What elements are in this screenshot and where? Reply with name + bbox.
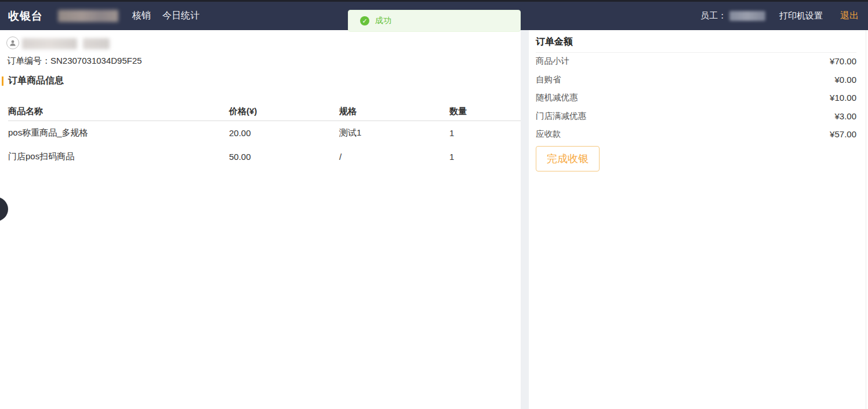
redacted-customer-name-2 — [83, 38, 110, 49]
summary-row-self-save: 自购省 ¥0.00 — [536, 71, 856, 89]
summary-row-random-discount: 随机减优惠 ¥10.00 — [536, 89, 856, 107]
summary-row-receivable: 应收款 ¥57.00 — [536, 125, 856, 144]
success-toast: ✓ 成功 — [348, 10, 521, 32]
window-top-strip — [0, 0, 868, 2]
section-title-text: 订单商品信息 — [8, 75, 64, 87]
section-accent-bar — [2, 76, 3, 86]
complete-checkout-button[interactable]: 完成收银 — [536, 146, 600, 171]
summary-value: ¥57.00 — [830, 129, 856, 139]
cell-spec: 测试1 — [339, 127, 449, 138]
cell-name: 门店pos扫码商品 — [8, 151, 229, 162]
scrollbar-edge-line — [866, 30, 866, 409]
order-number-label: 订单编号： — [7, 56, 50, 65]
nav-item-verify[interactable]: 核销 — [132, 10, 151, 22]
redacted-store-name — [58, 10, 118, 22]
cell-price: 20.00 — [229, 128, 339, 138]
table-row: pos称重商品_多规格 20.00 测试1 1 — [8, 121, 522, 145]
cell-qty: 1 — [449, 128, 522, 138]
goods-section-title: 订单商品信息 — [2, 75, 64, 87]
nav-item-today-stats[interactable]: 今日统计 — [162, 10, 199, 22]
col-header-qty: 数量 — [449, 106, 522, 117]
check-circle-icon: ✓ — [360, 16, 369, 25]
summary-title: 订单金额 — [536, 36, 573, 48]
summary-value: ¥0.00 — [834, 75, 856, 85]
order-detail-panel: 订单编号：SN2307031034D95F25 订单商品信息 商品名称 价格(¥… — [0, 30, 521, 409]
logout-button[interactable]: 退出 — [840, 10, 859, 22]
toast-message: 成功 — [375, 16, 391, 26]
summary-label: 自购省 — [536, 74, 561, 85]
summary-row-subtotal: 商品小计 ¥70.00 — [536, 52, 856, 71]
summary-rows: 商品小计 ¥70.00 自购省 ¥0.00 随机减优惠 ¥10.00 门店满减优… — [536, 52, 856, 144]
summary-label: 商品小计 — [536, 56, 569, 67]
col-header-spec: 规格 — [339, 106, 449, 117]
cell-name: pos称重商品_多规格 — [8, 127, 229, 138]
goods-table: 商品名称 价格(¥) 规格 数量 pos称重商品_多规格 20.00 测试1 1… — [8, 103, 522, 169]
navbar-right-group: 员工： 打印机设置 退出 — [700, 10, 859, 22]
person-icon — [9, 39, 17, 47]
order-amount-panel: 订单金额 商品小计 ¥70.00 自购省 ¥0.00 随机减优惠 ¥10.00 … — [529, 30, 868, 409]
table-row: 门店pos扫码商品 50.00 / 1 — [8, 145, 522, 169]
col-header-price: 价格(¥) — [229, 106, 339, 117]
panel-divider-gap — [521, 30, 529, 409]
summary-label: 门店满减优惠 — [536, 111, 586, 122]
col-header-name: 商品名称 — [8, 106, 229, 117]
employee-label: 员工： — [700, 10, 727, 21]
order-number-line: 订单编号：SN2307031034D95F25 — [7, 56, 142, 67]
summary-label: 应收款 — [536, 129, 561, 140]
app-title: 收银台 — [8, 9, 43, 24]
redacted-employee-name — [729, 11, 765, 21]
order-number-value: SN2307031034D95F25 — [50, 56, 142, 65]
redacted-customer-name — [22, 38, 77, 49]
summary-value: ¥3.00 — [834, 111, 856, 121]
summary-row-store-discount: 门店满减优惠 ¥3.00 — [536, 107, 856, 126]
cell-spec: / — [339, 152, 449, 162]
summary-value: ¥10.00 — [830, 93, 856, 103]
cell-qty: 1 — [449, 152, 522, 162]
summary-value: ¥70.00 — [830, 56, 856, 66]
table-header-row: 商品名称 价格(¥) 规格 数量 — [8, 103, 522, 119]
cell-price: 50.00 — [229, 152, 339, 162]
summary-label: 随机减优惠 — [536, 92, 578, 103]
printer-settings-button[interactable]: 打印机设置 — [779, 10, 823, 21]
customer-avatar — [6, 36, 19, 49]
